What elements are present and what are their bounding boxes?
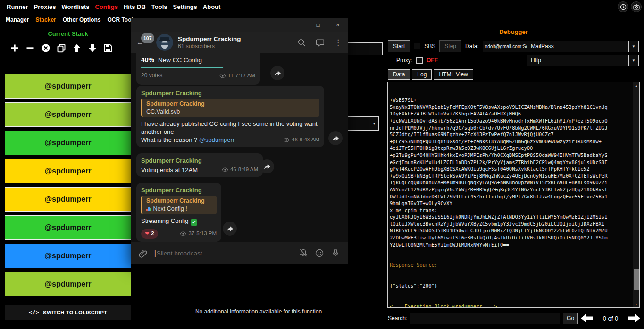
- submenu-manager[interactable]: Manager: [6, 16, 29, 23]
- log-line: +WsBS79L+ 5xayNxITOkNVVRp1ab1yFcMFEpXOtF…: [390, 97, 632, 248]
- proxy-checkbox[interactable]: [416, 57, 423, 64]
- discussion-icon[interactable]: [316, 38, 325, 47]
- debugger-tabs: Data Log HTML View: [387, 69, 640, 80]
- stack-block[interactable]: @spdumperr: [5, 159, 131, 183]
- reply-author: Spdumperr Cracking: [146, 100, 316, 107]
- submenu-ocr-tool[interactable]: OCR Tool: [107, 16, 133, 23]
- share-button[interactable]: [328, 131, 343, 145]
- channel-header: ← 107 Spdumperr Cracking 61 subscribers …: [131, 32, 348, 53]
- close-button[interactable]: ×: [328, 18, 348, 32]
- stack-block[interactable]: @spdumperr: [5, 74, 131, 99]
- stack-block[interactable]: @spdumperr: [5, 215, 131, 240]
- heart-reaction[interactable]: ❤ 2: [141, 229, 158, 239]
- search-label: Search:: [388, 315, 407, 321]
- tab-html-view[interactable]: HTML View: [434, 69, 473, 80]
- menu-proxies[interactable]: Proxies: [34, 3, 56, 10]
- heart-icon: ❤: [145, 230, 149, 238]
- occluded-dropdown-fragment[interactable]: ▼: [348, 116, 379, 131]
- reply-quote[interactable]: Spdumperr Cracking Next Config !: [141, 196, 217, 214]
- chevron-down-icon: ▼: [628, 41, 638, 52]
- history-icon[interactable]: [618, 1, 628, 12]
- sbs-checkbox[interactable]: [414, 43, 420, 49]
- menu-about[interactable]: About: [203, 3, 221, 10]
- configs-submenu: Manager Stacker Other Options OCR Tool: [0, 13, 133, 26]
- stack-block[interactable]: @spdumperr: [5, 272, 131, 296]
- data-input[interactable]: [483, 41, 530, 52]
- message-author[interactable]: Spdumperr Cracking: [141, 186, 217, 194]
- chat-area: 40% New CC Config 20 votes 11 7:17 AM Sp…: [131, 53, 348, 242]
- menu-wordlists[interactable]: Wordlists: [61, 3, 89, 10]
- message-author[interactable]: Spdumperr Cracking: [141, 89, 319, 97]
- wordlist-type-select[interactable]: MailPass ▼: [527, 41, 639, 52]
- menu-runner[interactable]: Runner: [7, 3, 28, 10]
- move-down-icon[interactable]: [87, 43, 98, 53]
- debugger-row-proxy: Proxy: OFF Http ▼: [387, 53, 640, 67]
- debugger-row-data: Start SBS Step Data: MailPass ▼: [387, 39, 640, 53]
- share-button[interactable]: [260, 159, 274, 173]
- share-button[interactable]: [270, 66, 284, 80]
- stack-block[interactable]: @spdumperr: [5, 244, 131, 268]
- stack-block[interactable]: @spdumperr: [5, 102, 131, 127]
- move-up-icon[interactable]: [72, 43, 82, 53]
- add-block-icon[interactable]: [9, 43, 20, 53]
- menu-tools[interactable]: Tools: [151, 3, 167, 10]
- search-input[interactable]: [410, 313, 560, 324]
- proxy-type-select[interactable]: Http ▼: [527, 55, 639, 66]
- camera-icon[interactable]: [631, 1, 642, 12]
- poll-option[interactable]: New CC Config: [158, 56, 202, 64]
- reply-author: Spdumperr Cracking: [146, 197, 213, 205]
- submenu-other-options[interactable]: Other Options: [63, 16, 101, 23]
- clear-stack-icon[interactable]: [41, 43, 51, 53]
- channel-title-block[interactable]: Spdumperr Cracking 61 subscribers: [178, 35, 241, 49]
- occluded-input-fragment[interactable]: [348, 42, 383, 55]
- stack-block[interactable]: @spdumperr: [5, 131, 131, 155]
- message-voting: Spdumperr Cracking Voting ends at 12AM 4…: [136, 153, 263, 177]
- debugger-title: Debugger: [387, 28, 640, 35]
- reply-quote[interactable]: Spdumperr Cracking CC.Valid.svb: [141, 99, 319, 117]
- menu-configs[interactable]: Configs: [95, 3, 117, 10]
- kebab-menu-icon[interactable]: ⋮: [334, 39, 342, 47]
- back-button[interactable]: ← 107: [136, 32, 155, 53]
- menu-settings[interactable]: Settings: [173, 3, 197, 10]
- search-icon[interactable]: [297, 38, 306, 47]
- microphone-icon[interactable]: [331, 248, 340, 258]
- previous-match-icon[interactable]: [581, 314, 593, 322]
- broadcast-input[interactable]: [157, 250, 292, 257]
- save-config-icon[interactable]: [103, 43, 113, 53]
- clone-block-icon[interactable]: [56, 43, 67, 53]
- log-scrollbar[interactable]: ▲ ▼: [633, 82, 639, 307]
- attach-icon[interactable]: [138, 248, 148, 258]
- switch-to-loliscript-button[interactable]: </> SWITCH TO LOLISCRIPT: [5, 305, 131, 320]
- share-button[interactable]: [223, 222, 237, 236]
- minimize-button[interactable]: —: [288, 18, 308, 32]
- remove-block-icon[interactable]: [25, 43, 35, 53]
- scrollbar-thumb[interactable]: [634, 269, 639, 290]
- telegram-titlebar[interactable]: — □ ×: [131, 18, 348, 32]
- scroll-down-icon[interactable]: ▼: [633, 301, 639, 307]
- step-button[interactable]: Step: [439, 40, 461, 52]
- scroll-up-icon[interactable]: ▲: [633, 82, 639, 89]
- message-author[interactable]: Spdumperr Cracking: [141, 156, 258, 164]
- maximize-button[interactable]: □: [308, 18, 328, 32]
- channel-avatar[interactable]: [156, 34, 173, 51]
- menu-hitsdb[interactable]: Hits DB: [124, 3, 146, 10]
- next-match-icon[interactable]: [628, 314, 640, 322]
- log-line: Response Source:: [390, 262, 632, 269]
- mention-link[interactable]: @spdumperr: [199, 136, 234, 143]
- muted-bell-icon[interactable]: [299, 248, 308, 258]
- poll-votes: 20 votes: [141, 72, 162, 80]
- views-eye-icon: [222, 167, 228, 172]
- tab-log[interactable]: Log: [412, 69, 432, 80]
- emoji-icon[interactable]: [315, 248, 324, 258]
- stack-block[interactable]: @spdumperr: [5, 187, 131, 212]
- unread-badge: 107: [141, 33, 154, 43]
- poll-message: 40% New CC Config 20 votes 11 7:17 AM: [136, 53, 260, 85]
- message-config-question: Spdumperr Cracking Spdumperr Cracking CC…: [136, 86, 324, 147]
- submenu-stacker[interactable]: Stacker: [35, 16, 56, 23]
- go-button[interactable]: Go: [563, 313, 578, 324]
- channel-subscribers: 61 subscribers: [178, 43, 241, 49]
- tab-data[interactable]: Data: [388, 69, 410, 80]
- start-button[interactable]: Start: [388, 40, 410, 52]
- message-time: 5:13 PM: [196, 230, 217, 238]
- reply-file-name: CC.Valid.svb: [146, 108, 180, 115]
